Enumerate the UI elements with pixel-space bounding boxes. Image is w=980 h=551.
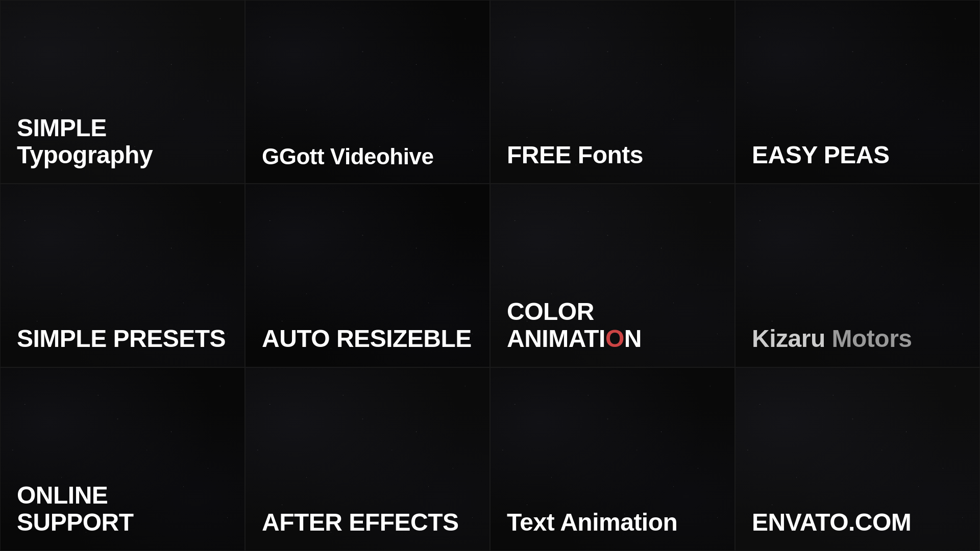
cell-label-text-animation: Text Animation — [507, 509, 677, 536]
cell-free-fonts: FREE Fonts — [490, 0, 735, 184]
cell-label-free-fonts: FREE Fonts — [507, 142, 643, 169]
cell-label-easy-peas: EASY PEAS — [752, 142, 889, 169]
cell-easy-peas: EASY PEAS — [735, 0, 980, 184]
cell-label-ggott-videohive: GGott Videohive — [262, 144, 433, 169]
cell-simple-presets: SIMPLE PRESETS — [0, 184, 245, 367]
cell-label-simple-typography: SIMPLE Typography — [17, 115, 228, 169]
cell-envato: ENVATO.COM — [735, 367, 980, 551]
cell-online-support: ONLINE SUPPORT — [0, 367, 245, 551]
main-grid: SIMPLE Typography GGott Videohive FREE F… — [0, 0, 980, 551]
cell-after-effects: AFTER EFFECTS — [245, 367, 490, 551]
cell-label-envato: ENVATO.COM — [752, 509, 911, 536]
cell-ggott-videohive: GGott Videohive — [245, 0, 490, 184]
cell-label-online-support: ONLINE SUPPORT — [17, 482, 228, 536]
cell-text-animation: Text Animation — [490, 367, 735, 551]
cell-color-animation: COLOR ANIMATION — [490, 184, 735, 367]
cell-label-auto-resizeble: AUTO RESIZEBLE — [262, 325, 472, 353]
cell-label-color-animation: COLOR ANIMATION — [507, 298, 718, 353]
cell-kizaru-motors: Kizaru Motors — [735, 184, 980, 367]
cell-label-kizaru-motors: Kizaru Motors — [752, 325, 912, 353]
cell-label-after-effects: AFTER EFFECTS — [262, 509, 459, 536]
kizaru-motors-second-word: Motors — [832, 325, 912, 352]
color-animation-highlight: O — [605, 325, 624, 352]
cell-simple-typography: SIMPLE Typography — [0, 0, 245, 184]
cell-label-simple-presets: SIMPLE PRESETS — [17, 325, 226, 353]
cell-auto-resizeble: AUTO RESIZEBLE — [245, 184, 490, 367]
